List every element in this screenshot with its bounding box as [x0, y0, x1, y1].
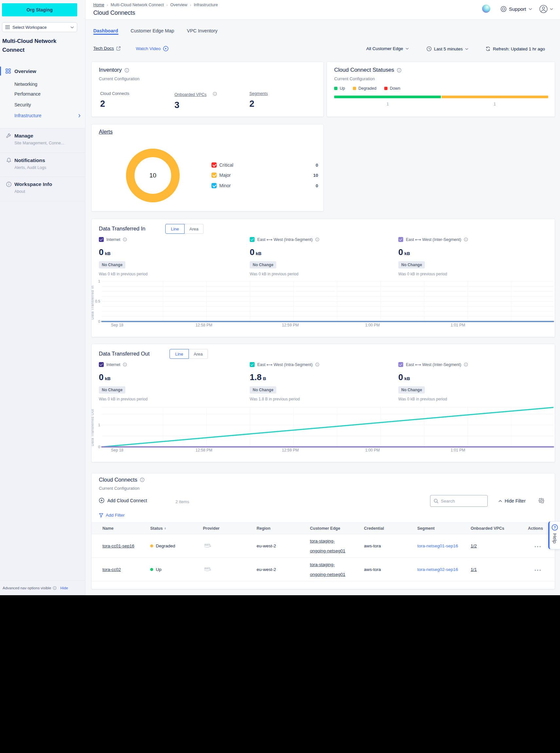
aws-logo: aws	[203, 542, 213, 549]
alerts-title[interactable]: Alerts	[99, 129, 113, 135]
info-circle-icon[interactable]	[464, 237, 468, 242]
intra-segment-checkbox[interactable]: ✓	[250, 237, 255, 242]
add-cloud-connect-button[interactable]: Add Cloud Connect	[99, 498, 147, 503]
info-circle-icon[interactable]	[123, 237, 127, 242]
row-actions-menu[interactable]: ●●●	[535, 545, 542, 548]
breadcrumb-mcn[interactable]: Multi-Cloud Network Connect	[111, 3, 164, 7]
inter-segment-checkbox[interactable]: ✓	[398, 362, 403, 367]
sort-icons[interactable]: ▲▼	[164, 527, 166, 530]
info-circle-icon[interactable]	[140, 477, 145, 482]
customer-edge-link[interactable]: tora-staging-ongoing-netseg01	[310, 562, 345, 577]
help-icon: ?	[552, 524, 558, 531]
internet-checkbox[interactable]: ✓	[99, 237, 104, 242]
segment-link[interactable]: tora-netseg01-sep16	[417, 543, 458, 548]
refresh-icon	[485, 46, 491, 52]
major-checkbox[interactable]: ✓	[212, 173, 217, 178]
row-actions-menu[interactable]: ●●●	[535, 569, 542, 572]
search-input[interactable]	[441, 499, 480, 503]
inter-segment-checkbox[interactable]: ✓	[398, 237, 403, 242]
stat-label[interactable]: Segments	[249, 91, 268, 96]
column-header-credential[interactable]: Credential	[364, 526, 417, 531]
data-transferred-out-card: Data Transferred Out Line Area ✓Internet…	[91, 344, 555, 462]
status-label: Degraded	[156, 543, 175, 548]
column-header-provider[interactable]: Provider	[203, 526, 257, 531]
sidebar-item-security[interactable]: Security	[14, 101, 80, 108]
account-menu[interactable]	[539, 5, 553, 14]
stat-label[interactable]: Onboarded VPCs	[175, 92, 206, 97]
sidebar-item-networking[interactable]: Networking	[14, 81, 80, 87]
org-button[interactable]: Org Staging	[2, 3, 77, 16]
stat-cloud-connects: Cloud Connects 2	[100, 91, 129, 109]
segment-link[interactable]: tora-netseg02-sep16	[417, 567, 458, 572]
sidebar-item-infrastructure[interactable]: Infrastructure	[14, 112, 85, 119]
critical-checkbox[interactable]: ✓	[212, 162, 217, 167]
app-root: Org Staging Select Workspace Multi-Cloud…	[0, 0, 560, 595]
column-header-name[interactable]: Name	[102, 526, 150, 531]
search-icon	[434, 499, 439, 503]
metric-note: Was 0 kB in previous period	[250, 272, 407, 276]
area-toggle-button[interactable]: Area	[189, 349, 208, 359]
cloud-connect-name-link[interactable]: tora-cc02	[102, 567, 121, 572]
onboarded-vpcs-link[interactable]: 1/2	[471, 543, 477, 548]
workspace-selector-label: Select Workspace	[13, 25, 68, 30]
metric-note: Was 0 kB in previous period	[398, 397, 555, 401]
status-label: Up	[156, 567, 161, 572]
customer-edge-filter[interactable]: All Customer Edge	[366, 46, 409, 51]
sidebar-footer: Advanced nav options visible Hide	[0, 580, 85, 595]
networking-label: Networking	[14, 81, 37, 87]
metric-label: Internet	[106, 237, 120, 242]
bottom-black-band	[0, 595, 560, 753]
tech-docs-link[interactable]: Tech Docs	[93, 46, 121, 51]
support-menu[interactable]: Support	[500, 6, 532, 12]
hide-nav-link[interactable]: Hide	[60, 586, 68, 590]
column-header-customer-edge[interactable]: Customer Edge	[310, 526, 364, 531]
tab-vpc-inventory[interactable]: VPC Inventory	[187, 28, 218, 33]
hide-filter-button[interactable]: Hide Filter	[498, 498, 526, 503]
add-filter-button[interactable]: Add Filter	[99, 513, 125, 518]
minor-checkbox[interactable]: ✓	[212, 183, 217, 188]
info-circle-icon[interactable]	[124, 68, 129, 73]
sidebar-item-overview[interactable]: Overview	[0, 66, 85, 76]
column-header-status[interactable]: Status▲▼	[150, 526, 203, 531]
sidebar-item-performance[interactable]: Performance	[14, 91, 80, 97]
statuses-subtitle: Current Configuration	[334, 76, 375, 81]
tab-customer-edge-map[interactable]: Customer Edge Map	[131, 28, 174, 33]
column-header-segment[interactable]: Segment	[417, 526, 471, 531]
info-circle-icon[interactable]	[315, 237, 319, 242]
internet-checkbox[interactable]: ✓	[99, 362, 104, 367]
metric-value: 0kB	[99, 247, 256, 257]
intra-segment-checkbox[interactable]: ✓	[250, 362, 255, 367]
onboarded-vpcs-link[interactable]: 1/1	[471, 567, 477, 572]
customer-edge-link[interactable]: tora-staging-ongoing-netseg01	[310, 538, 345, 553]
info-circle-icon[interactable]	[123, 362, 127, 367]
help-tab[interactable]: ? Help	[548, 521, 560, 549]
alerts-total: 10	[149, 172, 156, 179]
cloud-connect-name-link[interactable]: tora-cc01-sep16	[102, 543, 135, 548]
column-header-onboarded-vpcs[interactable]: Onboarded VPCs	[471, 526, 528, 531]
svg-text:1:00 PM: 1:00 PM	[365, 448, 380, 453]
breadcrumb-overview[interactable]: Overview	[170, 3, 187, 7]
info-circle-icon[interactable]	[464, 362, 468, 367]
breadcrumb-infrastructure[interactable]: Infrastructure	[194, 3, 218, 7]
critical-count: 0	[316, 163, 318, 167]
watch-video-link[interactable]: Watch Video	[136, 46, 168, 52]
brand-logo[interactable]	[482, 5, 490, 13]
svg-text:0: 0	[98, 445, 100, 449]
info-circle-icon[interactable]	[397, 68, 402, 73]
breadcrumb-home[interactable]: Home	[93, 3, 104, 7]
line-toggle-button[interactable]: Line	[169, 349, 189, 359]
tab-dashboard[interactable]: Dashboard	[93, 28, 118, 33]
workspace-selector[interactable]: Select Workspace	[2, 22, 77, 32]
stat-value: 2	[100, 99, 129, 109]
time-range-filter[interactable]: Last 5 minutes	[426, 46, 468, 52]
info-circle-icon[interactable]	[213, 92, 217, 96]
legend-degraded-label: Degraded	[358, 86, 376, 91]
line-toggle-button[interactable]: Line	[165, 224, 185, 234]
area-toggle-button[interactable]: Area	[185, 224, 204, 234]
info-circle-icon[interactable]	[315, 362, 319, 367]
statuses-title: Cloud Connect Statuses	[334, 67, 402, 73]
refresh-control[interactable]: Refresh: Updated 1 hr ago	[485, 46, 545, 52]
gear-icon[interactable]	[538, 498, 544, 505]
column-header-region[interactable]: Region	[257, 526, 310, 531]
region-value: eu-west-2	[257, 567, 276, 572]
